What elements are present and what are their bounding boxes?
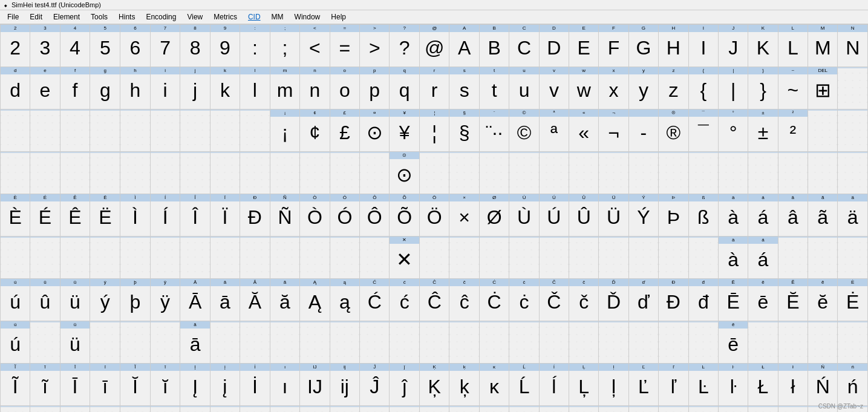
glyph-cell[interactable]: àà <box>719 194 748 237</box>
glyph-cell[interactable]: ll <box>240 67 270 110</box>
glyph-cell[interactable] <box>748 406 778 413</box>
glyph-cell[interactable] <box>150 406 180 413</box>
menu-item-view[interactable]: View <box>182 11 207 22</box>
glyph-cell[interactable]: >> <box>360 25 390 67</box>
glyph-cell[interactable] <box>628 152 658 194</box>
glyph-cell[interactable]: ßß <box>688 194 718 237</box>
glyph-cell[interactable]: ¯¯ <box>688 110 718 152</box>
menu-item-mm[interactable]: MM <box>267 11 289 22</box>
glyph-cell[interactable]: ââ <box>778 194 808 237</box>
glyph-cell[interactable] <box>90 152 120 194</box>
glyph-cell[interactable] <box>569 152 599 194</box>
glyph-cell[interactable] <box>1 406 30 413</box>
glyph-cell[interactable]: 99 <box>210 25 240 67</box>
glyph-cell[interactable] <box>628 406 658 413</box>
menu-item-cid[interactable]: CID <box>243 11 266 22</box>
glyph-cell[interactable] <box>539 406 569 413</box>
glyph-cell[interactable]: ÜÜ <box>599 194 628 237</box>
glyph-cell[interactable]: ÎÎ <box>180 194 210 237</box>
glyph-cell[interactable]: uu <box>509 67 539 110</box>
glyph-cell[interactable]: įį <box>210 364 240 406</box>
glyph-cell[interactable]: ÚÚ <box>539 194 569 237</box>
glyph-cell[interactable]: ēē <box>719 321 748 364</box>
glyph-cell[interactable]: ¬¬ <box>599 110 628 152</box>
glyph-cell[interactable] <box>509 237 539 279</box>
glyph-cell[interactable]: BB <box>479 25 509 67</box>
glyph-cell[interactable]: ČČ <box>539 279 569 321</box>
glyph-cell[interactable] <box>479 152 509 194</box>
glyph-cell[interactable] <box>599 321 628 364</box>
glyph-cell[interactable]: ©© <box>509 110 539 152</box>
glyph-cell[interactable]: ÊÊ <box>60 194 90 237</box>
glyph-cell[interactable]: łł <box>778 364 808 406</box>
glyph-cell[interactable] <box>419 321 449 364</box>
menu-item-encoding[interactable]: Encoding <box>141 11 181 22</box>
glyph-cell[interactable] <box>748 152 778 194</box>
glyph-cell[interactable] <box>60 110 90 152</box>
glyph-cell[interactable]: ĎĎ <box>599 279 628 321</box>
glyph-cell[interactable]: II <box>688 25 718 67</box>
glyph-cell[interactable]: ĨĨ <box>1 364 30 406</box>
glyph-cell[interactable]: ÌÌ <box>120 194 151 237</box>
glyph-cell[interactable] <box>360 321 390 364</box>
glyph-cell[interactable]: ēē <box>748 279 778 321</box>
glyph-cell[interactable]: ıı <box>270 364 300 406</box>
glyph-cell[interactable] <box>360 237 390 279</box>
menu-item-help[interactable]: Help <box>326 11 351 22</box>
glyph-cell[interactable]: CC <box>509 25 539 67</box>
glyph-cell[interactable] <box>60 237 90 279</box>
glyph-cell[interactable]: gg <box>90 67 120 110</box>
glyph-cell[interactable] <box>628 321 658 364</box>
glyph-cell[interactable] <box>419 152 449 194</box>
glyph-cell[interactable] <box>808 321 837 364</box>
glyph-cell[interactable] <box>1 237 30 279</box>
menu-item-element[interactable]: Element <box>48 11 85 22</box>
glyph-cell[interactable]: ää <box>838 194 868 237</box>
glyph-cell[interactable]: āā <box>210 279 240 321</box>
glyph-cell[interactable]: ĬĬ <box>120 364 151 406</box>
glyph-cell[interactable]: hh <box>120 67 151 110</box>
glyph-cell[interactable]: ;; <box>270 25 300 67</box>
glyph-cell[interactable]: ijij <box>330 364 359 406</box>
glyph-cell[interactable] <box>240 321 270 364</box>
glyph-cell[interactable]: ĒĒ <box>719 279 748 321</box>
glyph-cell[interactable]: ⊙⊙ <box>390 152 419 194</box>
glyph-cell[interactable] <box>120 237 151 279</box>
glyph-cell[interactable]: yy <box>628 67 658 110</box>
glyph-cell[interactable] <box>240 152 270 194</box>
glyph-cell[interactable] <box>90 110 120 152</box>
glyph-cell[interactable]: jj <box>180 67 210 110</box>
glyph-cell[interactable]: zz <box>659 67 689 110</box>
glyph-cell[interactable]: @@ <box>419 25 449 67</box>
glyph-cell[interactable]: °° <box>719 110 748 152</box>
glyph-cell[interactable] <box>210 110 240 152</box>
glyph-cell[interactable]: ĆĆ <box>360 279 390 321</box>
glyph-cell[interactable]: ÕÕ <box>390 194 419 237</box>
glyph-cell[interactable]: ÍÍ <box>150 194 180 237</box>
glyph-cell[interactable]: ĮĮ <box>180 364 210 406</box>
glyph-cell[interactable]: ńń <box>838 364 868 406</box>
glyph-cell[interactable] <box>778 237 808 279</box>
glyph-cell[interactable]: ŀŀ <box>719 364 748 406</box>
glyph-cell[interactable]: ċċ <box>509 279 539 321</box>
glyph-cell[interactable] <box>360 406 390 413</box>
glyph-cell[interactable]: ¥¥ <box>390 110 419 152</box>
glyph-cell[interactable] <box>150 152 180 194</box>
glyph-cell[interactable]: áá <box>748 194 778 237</box>
glyph-cell[interactable] <box>210 237 240 279</box>
glyph-cell[interactable] <box>569 321 599 364</box>
glyph-cell[interactable] <box>838 321 868 364</box>
glyph-cell[interactable]: ýý <box>90 279 120 321</box>
glyph-cell[interactable]: 22 <box>1 25 30 67</box>
glyph-cell[interactable]: ¨¨·· <box>479 110 509 152</box>
glyph-cell[interactable] <box>30 321 60 364</box>
glyph-cell[interactable] <box>150 321 180 364</box>
glyph-cell[interactable] <box>330 237 359 279</box>
glyph-cell[interactable] <box>659 406 689 413</box>
glyph-cell[interactable] <box>838 67 868 110</box>
glyph-cell[interactable] <box>1 110 30 152</box>
glyph-cell[interactable]: mm <box>270 67 300 110</box>
glyph-cell[interactable]: qq <box>390 67 419 110</box>
glyph-cell[interactable] <box>60 406 90 413</box>
glyph-cell[interactable]: ĪĪ <box>60 364 90 406</box>
